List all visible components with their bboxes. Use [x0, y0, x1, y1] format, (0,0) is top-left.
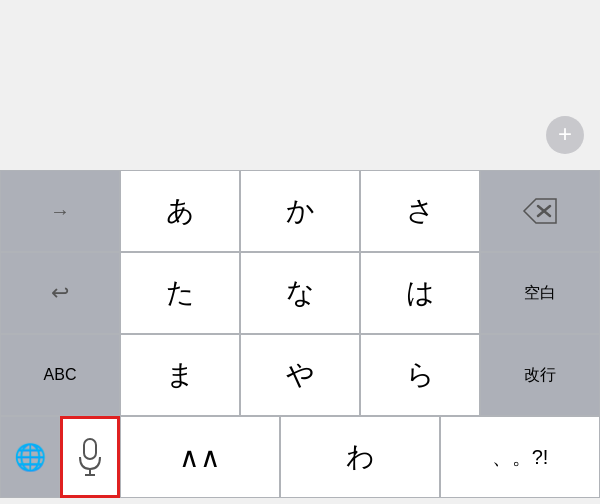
- key-na[interactable]: な: [240, 252, 360, 334]
- key-ta[interactable]: た: [120, 252, 240, 334]
- key-sa[interactable]: さ: [360, 170, 480, 252]
- key-ya[interactable]: や: [240, 334, 360, 416]
- top-area: +: [0, 0, 600, 170]
- undo-icon: ↩: [51, 280, 69, 306]
- plus-button[interactable]: +: [546, 116, 584, 154]
- delete-icon: [522, 197, 558, 225]
- key-globe[interactable]: 🌐: [0, 416, 60, 498]
- return-label: 改行: [524, 365, 556, 386]
- plus-icon: +: [558, 122, 572, 146]
- abc-label: ABC: [44, 366, 77, 384]
- mic-icon: [76, 437, 104, 477]
- key-ka[interactable]: か: [240, 170, 360, 252]
- space-label: 空白: [524, 283, 556, 304]
- key-a[interactable]: あ: [120, 170, 240, 252]
- key-abc[interactable]: ABC: [0, 334, 120, 416]
- key-punctuation[interactable]: 、。?!: [440, 416, 600, 498]
- globe-icon: 🌐: [14, 442, 46, 473]
- key-arrow-right[interactable]: →: [0, 170, 120, 252]
- key-mic[interactable]: [60, 416, 120, 498]
- keyboard-row-1: ↩ た な は 空白: [0, 252, 600, 334]
- keyboard-row-0: → あ か さ: [0, 170, 600, 252]
- key-return[interactable]: 改行: [480, 334, 600, 416]
- key-delete[interactable]: [480, 170, 600, 252]
- key-undo[interactable]: ↩: [0, 252, 120, 334]
- mic-svg: [76, 437, 104, 477]
- key-wa[interactable]: わ: [280, 416, 440, 498]
- key-space[interactable]: 空白: [480, 252, 600, 334]
- keyboard-row-3: 🌐 ∧∧ わ 、。?!: [0, 416, 600, 498]
- keyboard: → あ か さ ↩ た な は: [0, 170, 600, 498]
- key-ma[interactable]: ま: [120, 334, 240, 416]
- key-ra[interactable]: ら: [360, 334, 480, 416]
- svg-rect-2: [84, 439, 96, 459]
- keyboard-row-2: ABC ま や ら 改行: [0, 334, 600, 416]
- key-ha[interactable]: は: [360, 252, 480, 334]
- key-dakuten[interactable]: ∧∧: [120, 416, 280, 498]
- arrow-right-icon: →: [50, 200, 70, 223]
